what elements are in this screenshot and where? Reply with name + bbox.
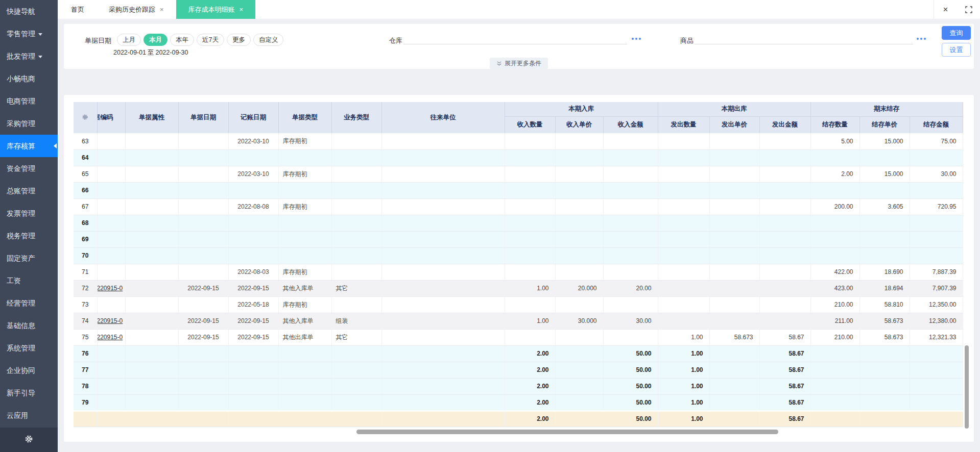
table-row-68[interactable]: 68 [74, 215, 963, 231]
cell-num: 66 [74, 182, 97, 198]
cell-code: 220915-0 [97, 329, 125, 345]
table-row-72[interactable]: 72220915-02022-09-152022-09-15其他入库单其它1.0… [74, 280, 963, 296]
horizontal-scrollbar[interactable] [356, 430, 778, 434]
cell-bal-price [859, 345, 910, 362]
column-label: 结存金额 [923, 121, 949, 128]
cell-out-qty: 1.00 [658, 345, 709, 362]
document-code-link[interactable]: 220915-0 [97, 334, 123, 341]
table-row-67[interactable]: 672022-08-08库存期初200.003.605720.95 [74, 198, 963, 215]
sidebar-item-1[interactable]: 零售管理 [0, 22, 58, 45]
query-button[interactable]: 查询 [942, 26, 971, 40]
sidebar-item-12[interactable]: 工资 [0, 269, 58, 292]
cell-bal-amt: 12,350.00 [910, 296, 963, 313]
close-icon[interactable]: × [934, 0, 957, 19]
cell-attr [125, 264, 178, 280]
cell-partner [381, 198, 505, 215]
date-pill-4[interactable]: 更多 [227, 34, 251, 46]
tab-2[interactable]: 库存成本明细账× [176, 0, 256, 19]
table-row-76[interactable]: 762.0050.001.0058.67 [74, 345, 963, 362]
table-row-74[interactable]: 74220915-02022-09-152022-09-15其他入库单组装1.0… [74, 313, 963, 329]
document-code-link[interactable]: 220915-0 [97, 285, 123, 292]
table-row-71[interactable]: 712022-08-03库存期初422.0018.6907,887.39 [74, 264, 963, 280]
cell-out-qty [658, 264, 709, 280]
group-header-2: 期末结存 [810, 102, 963, 116]
sidebar-item-6[interactable]: 库存核算 [0, 135, 58, 157]
sidebar-item-label: 新手引导 [7, 389, 35, 397]
date-pill-5[interactable]: 自定义 [253, 34, 284, 46]
sidebar-item-9[interactable]: 发票管理 [0, 202, 58, 224]
column-header-bill-type: 单据类型 [278, 102, 331, 133]
sidebar-item-4[interactable]: 电商管理 [0, 90, 58, 112]
table-row-65[interactable]: 652022-03-10库存期初2.0015.00030.00 [74, 166, 963, 182]
more-dots-icon[interactable] [917, 38, 927, 40]
table-row-66[interactable]: 66 [74, 182, 963, 198]
tab-0[interactable]: 首页 [59, 0, 97, 19]
date-pill-0[interactable]: 上月 [117, 34, 141, 46]
sidebar-item-2[interactable]: 批发管理 [0, 45, 58, 67]
cell-bill-date [178, 247, 228, 264]
settings-button[interactable]: 设置 [942, 43, 971, 57]
cell-num: 71 [74, 264, 97, 280]
sidebar-item-18[interactable]: 云应用 [0, 404, 58, 426]
sidebar-item-0[interactable]: 快捷导航 [0, 0, 58, 22]
table-row-79[interactable]: 792.0050.001.0058.67 [74, 394, 963, 411]
cell-out-amt: 58.67 [759, 378, 810, 394]
more-dots-icon[interactable] [632, 38, 642, 40]
date-pill-2[interactable]: 本年 [170, 34, 194, 46]
sidebar-item-11[interactable]: 固定资产 [0, 247, 58, 269]
cell-in-price [555, 133, 603, 149]
date-range-pills: 上月本月本年近7天更多自定义 [117, 34, 286, 46]
cell-bill-type: 其他入库单 [278, 313, 331, 329]
cell-bal-qty [810, 231, 859, 247]
sidebar-item-5[interactable]: 采购管理 [0, 112, 58, 135]
sidebar-item-14[interactable]: 基础信息 [0, 314, 58, 337]
table-row-78[interactable]: 782.0050.001.0058.67 [74, 378, 963, 394]
table-row-69[interactable]: 69 [74, 231, 963, 247]
sidebar-item-17[interactable]: 新手引导 [0, 382, 58, 404]
sidebar-item-label: 快捷导航 [7, 7, 35, 15]
sidebar-item-13[interactable]: 经营管理 [0, 292, 58, 314]
document-code-link[interactable]: 220915-0 [97, 317, 123, 324]
cell-num [74, 411, 97, 426]
column-label: 往来单位 [431, 114, 456, 121]
column-label: 单据日期 [190, 114, 216, 121]
warehouse-input[interactable] [403, 32, 627, 44]
cell-in-qty: 2.00 [505, 411, 555, 426]
cell-out-qty [658, 133, 709, 149]
cell-bal-price: 3.605 [859, 198, 910, 215]
tab-1[interactable]: 采购历史价跟踪× [97, 0, 176, 19]
table-row-75[interactable]: 75220915-02022-09-152022-09-15其他出库单其它1.0… [74, 329, 963, 345]
sidebar-item-7[interactable]: 资金管理 [0, 157, 58, 180]
cell-code [97, 149, 125, 166]
sidebar-item-3[interactable]: 小畅电商 [0, 67, 58, 90]
total-row[interactable]: 2.0050.001.0058.67 [74, 411, 963, 426]
date-pill-3[interactable]: 近7天 [197, 34, 224, 46]
cell-bill-type [278, 231, 331, 247]
date-range-value[interactable]: 2022-09-01至2022-09-30 [113, 48, 189, 57]
table-row-77[interactable]: 772.0050.001.0058.67 [74, 362, 963, 378]
column-label: 发出数量 [671, 121, 697, 128]
grid-settings-gear-icon[interactable] [74, 102, 97, 133]
sidebar-item-16[interactable]: 企业协同 [0, 359, 58, 382]
table-row-64[interactable]: 64 [74, 149, 963, 166]
sidebar-settings-button[interactable] [0, 428, 58, 452]
product-input[interactable] [695, 32, 913, 44]
table-row-63[interactable]: 632022-03-10库存期初5.0015.00075.00 [74, 133, 963, 149]
cell-book-date: 2022-08-08 [228, 198, 278, 215]
table-row-70[interactable]: 70 [74, 247, 963, 264]
sidebar-item-8[interactable]: 总账管理 [0, 180, 58, 202]
expand-more-button[interactable]: 展开更多条件 [490, 58, 548, 69]
sidebar-item-10[interactable]: 税务管理 [0, 224, 58, 247]
cell-in-price [555, 345, 603, 362]
fullscreen-icon[interactable] [957, 0, 980, 19]
table-row-73[interactable]: 732022-05-18库存期初210.0058.81012,350.00 [74, 296, 963, 313]
vertical-scrollbar[interactable] [965, 345, 969, 429]
cell-bal-amt [910, 378, 963, 394]
cell-out-qty [658, 215, 709, 231]
cell-book-date: 2022-09-15 [228, 313, 278, 329]
close-icon[interactable]: × [160, 6, 164, 13]
cell-in-price [555, 264, 603, 280]
close-icon[interactable]: × [240, 6, 244, 13]
date-pill-1[interactable]: 本月 [144, 34, 168, 46]
sidebar-item-15[interactable]: 系统管理 [0, 337, 58, 359]
